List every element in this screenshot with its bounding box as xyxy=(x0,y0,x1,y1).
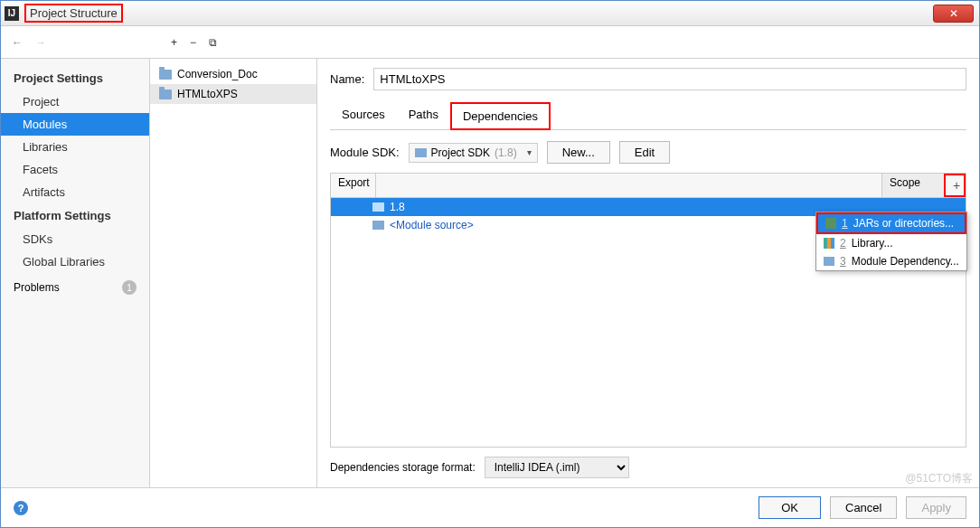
module-label: HTMLtoXPS xyxy=(177,88,238,100)
sidebar-item-libraries[interactable]: Libraries xyxy=(1,136,149,158)
sdk-select[interactable]: Project SDK (1.8) xyxy=(409,143,538,163)
sidebar-item-sdks[interactable]: SDKs xyxy=(1,228,149,250)
sidebar-item-facets[interactable]: Facets xyxy=(1,158,149,181)
window-title: Project Structure xyxy=(24,4,123,23)
titlebar: IJ Project Structure ✕ xyxy=(1,1,979,26)
sdk-label: Module SDK: xyxy=(330,146,400,159)
problems-badge: 1 xyxy=(122,280,137,295)
folder-icon xyxy=(159,90,172,99)
name-input[interactable] xyxy=(373,68,966,90)
popup-module-dep[interactable]: 3 Module Dependency... xyxy=(816,252,966,270)
module-item[interactable]: Conversion_Doc xyxy=(150,64,316,84)
help-button[interactable]: ? xyxy=(14,501,28,515)
sdk-value: Project SDK xyxy=(431,146,490,159)
popup-label: JARs or directories... xyxy=(853,217,954,230)
sidebar-section-platform: Platform Settings xyxy=(1,203,149,228)
sdk-version: (1.8) xyxy=(495,146,517,159)
sidebar-item-project[interactable]: Project xyxy=(1,90,149,113)
col-blank xyxy=(376,174,882,197)
folder-icon xyxy=(372,221,384,230)
popup-label: Module Dependency... xyxy=(852,255,959,268)
add-popup: 1 JARs or directories... 2 Library... 3 … xyxy=(815,212,967,271)
row-label: 1.8 xyxy=(390,201,405,213)
cancel-button[interactable]: Cancel xyxy=(830,496,897,519)
tab-sources[interactable]: Sources xyxy=(330,101,397,129)
sidebar-item-modules[interactable]: Modules xyxy=(1,113,149,136)
popup-num: 3 xyxy=(840,255,846,268)
row-label: <Module source> xyxy=(390,219,474,231)
tabs: Sources Paths Dependencies xyxy=(330,101,966,130)
popup-num: 1 xyxy=(842,217,848,230)
module-label: Conversion_Doc xyxy=(177,68,258,80)
app-icon: IJ xyxy=(5,6,19,21)
back-button[interactable]: ← xyxy=(12,36,23,49)
library-icon xyxy=(824,238,834,249)
sidebar-section-project: Project Settings xyxy=(1,66,149,90)
ok-button[interactable]: OK xyxy=(759,496,821,519)
close-button[interactable]: ✕ xyxy=(933,5,974,23)
main-panel: Name: Sources Paths Dependencies Module … xyxy=(317,59,979,487)
add-button[interactable]: + xyxy=(171,36,177,49)
sidebar: Project Settings Project Modules Librari… xyxy=(1,59,150,487)
watermark: @51CTO博客 xyxy=(905,471,973,486)
module-list: Conversion_Doc HTMLtoXPS xyxy=(150,59,317,487)
popup-jars[interactable]: 1 JARs or directories... xyxy=(816,212,966,234)
folder-icon xyxy=(415,148,427,157)
popup-library[interactable]: 2 Library... xyxy=(816,234,966,252)
copy-button[interactable]: ⧉ xyxy=(209,36,217,49)
sidebar-item-artifacts[interactable]: Artifacts xyxy=(1,181,149,203)
jar-icon xyxy=(825,218,836,229)
edit-button[interactable]: Edit xyxy=(619,141,670,164)
add-dependency-button[interactable]: + xyxy=(944,174,966,197)
module-item[interactable]: HTMLtoXPS xyxy=(150,84,316,104)
module-icon xyxy=(824,257,834,266)
footer: ? OK Cancel Apply xyxy=(1,487,979,527)
sidebar-item-problems[interactable]: Problems 1 xyxy=(1,273,149,302)
toolbar: ← → + − ⧉ xyxy=(1,26,979,59)
tab-dependencies[interactable]: Dependencies xyxy=(450,102,551,130)
tab-paths[interactable]: Paths xyxy=(397,101,450,129)
col-export[interactable]: Export xyxy=(331,174,376,197)
remove-button[interactable]: − xyxy=(190,36,196,49)
storage-label: Dependencies storage format: xyxy=(330,461,476,474)
col-scope[interactable]: Scope xyxy=(882,174,944,197)
storage-select[interactable]: IntelliJ IDEA (.iml) xyxy=(485,457,629,478)
popup-label: Library... xyxy=(852,237,893,250)
folder-icon xyxy=(159,70,172,80)
problems-label: Problems xyxy=(14,281,60,294)
forward-button[interactable]: → xyxy=(35,36,46,49)
new-button[interactable]: New... xyxy=(547,141,610,164)
sidebar-item-global-libraries[interactable]: Global Libraries xyxy=(1,250,149,273)
folder-icon xyxy=(372,203,384,212)
apply-button[interactable]: Apply xyxy=(906,496,966,519)
popup-num: 2 xyxy=(840,237,846,250)
name-label: Name: xyxy=(330,72,364,86)
